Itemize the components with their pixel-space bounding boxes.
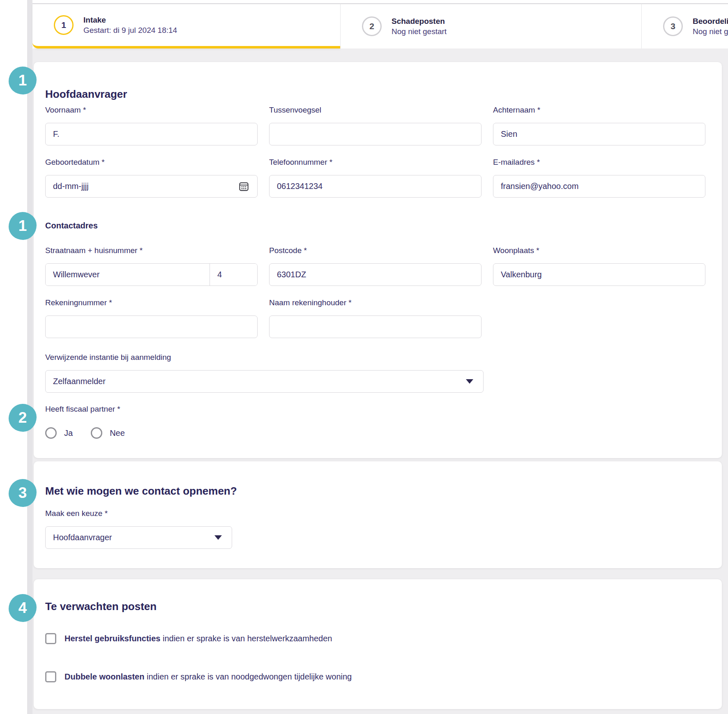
field-postcode: Postcode * (269, 246, 481, 286)
checkbox-label-bold: Herstel gebruiksfuncties (65, 634, 160, 643)
radio-option-nee[interactable]: Nee (91, 427, 125, 439)
subsection-title-contactadres: Contactadres (45, 221, 714, 230)
achternaam-label: Achternaam * (493, 106, 705, 115)
naam-rekeninghouder-input[interactable] (269, 316, 481, 338)
field-emailadres: E-mailadres * (493, 158, 705, 198)
telefoonnummer-label: Telefoonnummer * (269, 158, 481, 167)
step-number-circle: 3 (663, 16, 683, 36)
step-subtitle: Gestart: di 9 jul 2024 18:14 (83, 25, 177, 35)
stepper: 1 Intake Gestart: di 9 jul 2024 18:14 2 … (32, 3, 728, 48)
field-woonplaats: Woonplaats * (493, 246, 705, 286)
field-achternaam: Achternaam * (493, 106, 705, 145)
verwijzende-instantie-value: Zelfaanmelder (53, 377, 106, 386)
contact-keuze-select[interactable]: Hoofdaanvrager (45, 526, 232, 549)
verwijzende-instantie-select[interactable]: Zelfaanmelder (45, 370, 484, 393)
step-text: Intake Gestart: di 9 jul 2024 18:14 (83, 15, 177, 35)
step-text: Schadeposten Nog niet gestart (392, 16, 447, 37)
card-hoofdaanvrager: Hoofdaanvrager Voornaam * Tussenvoegsel … (34, 62, 722, 458)
achternaam-input[interactable] (493, 123, 705, 145)
field-tussenvoegsel: Tussenvoegsel (269, 106, 481, 145)
field-telefoonnummer: Telefoonnummer * (269, 158, 481, 198)
annotation-badge-3: 3 (9, 479, 37, 507)
card-te-verwachten-posten: Te verwachten posten Herstel gebruiksfun… (34, 579, 722, 709)
tussenvoegsel-label: Tussenvoegsel (269, 106, 481, 115)
woonplaats-input[interactable] (493, 263, 705, 286)
chevron-down-icon (466, 379, 473, 384)
tussenvoegsel-input[interactable] (269, 123, 481, 145)
checkbox-row-dubbele-woonlasten[interactable]: Dubbele woonlasten indien er sprake is v… (45, 671, 714, 682)
radio-label: Nee (110, 428, 125, 438)
checkbox-row-herstel-gebruiksfuncties[interactable]: Herstel gebruiksfuncties indien er sprak… (45, 633, 714, 644)
stepper-step-intake[interactable]: 1 Intake Gestart: di 9 jul 2024 18:14 (32, 3, 340, 48)
checkbox-label-rest: indien er sprake is van noodgedwongen ti… (144, 672, 352, 681)
fiscaal-partner-label: Heeft fiscaal partner * (45, 405, 714, 414)
woonplaats-label: Woonplaats * (493, 246, 705, 255)
geboortedatum-input[interactable] (45, 175, 258, 198)
step-number: 3 (670, 21, 675, 31)
annotation-badge-4: 4 (9, 594, 37, 622)
checkbox-label: Herstel gebruiksfuncties indien er sprak… (65, 634, 332, 643)
emailadres-label: E-mailadres * (493, 158, 705, 167)
chevron-down-icon (214, 535, 222, 540)
voornaam-input[interactable] (45, 123, 258, 145)
step-number-circle: 1 (54, 15, 74, 35)
checkbox-label-bold: Dubbele woonlasten (65, 672, 144, 681)
checkbox-icon[interactable] (45, 633, 56, 644)
step-title: Schadeposten (392, 16, 447, 26)
maak-een-keuze-label: Maak een keuze * (45, 509, 714, 518)
card-contact-keuze: Met wie mogen we contact opnemen? Maak e… (34, 461, 722, 568)
step-title: Beoordeling (693, 16, 728, 26)
radio-label: Ja (64, 428, 73, 438)
straatnaam-huisnummer-combo (45, 263, 258, 286)
step-text: Beoordeling Nog niet gestart (693, 16, 728, 37)
step-subtitle: Nog niet gestart (693, 26, 728, 37)
contact-keuze-value: Hoofdaanvrager (53, 533, 112, 542)
field-naam-rekeninghouder: Naam rekeninghouder * (269, 298, 481, 338)
radio-icon[interactable] (91, 427, 102, 439)
radio-option-ja[interactable]: Ja (45, 427, 73, 439)
postcode-input[interactable] (269, 263, 481, 286)
radio-icon[interactable] (45, 427, 57, 439)
step-number: 1 (61, 20, 66, 30)
naam-rekeninghouder-label: Naam rekeninghouder * (269, 298, 481, 307)
straatnaam-input[interactable] (46, 264, 210, 286)
annotation-badge-2: 2 (9, 404, 37, 432)
rekeningnummer-input[interactable] (45, 316, 258, 338)
field-rekeningnummer: Rekeningnummer * (45, 298, 258, 338)
calendar-icon[interactable] (238, 181, 249, 192)
step-title: Intake (83, 15, 177, 25)
rekeningnummer-label: Rekeningnummer * (45, 298, 258, 307)
annotation-badge-1: 1 (9, 67, 37, 94)
telefoonnummer-input[interactable] (269, 175, 481, 198)
fiscaal-partner-radio-group: Ja Nee (45, 427, 714, 439)
verwijzende-instantie-label: Verwijzende instantie bij aanmelding (45, 353, 714, 362)
huisnummer-input[interactable] (210, 264, 257, 286)
field-voornaam: Voornaam * (45, 106, 258, 145)
form-row: Straatnaam + huisnummer * Postcode * Woo… (45, 246, 714, 286)
geboortedatum-label: Geboortedatum * (45, 158, 258, 167)
form-row: Voornaam * Tussenvoegsel Achternaam * (45, 106, 714, 145)
stepper-step-beoordeling[interactable]: 3 Beoordeling Nog niet gestart (641, 3, 728, 48)
section-title-posten: Te verwachten posten (45, 579, 714, 613)
checkbox-icon[interactable] (45, 671, 56, 682)
section-title-contact: Met wie mogen we contact opnemen? (45, 461, 714, 497)
postcode-label: Postcode * (269, 246, 481, 255)
form-row: Rekeningnummer * Naam rekeninghouder * (45, 298, 714, 338)
straatnaam-label: Straatnaam + huisnummer * (45, 246, 258, 255)
field-geboortedatum: Geboortedatum * (45, 158, 258, 198)
step-number: 2 (369, 21, 374, 31)
checkbox-label-rest: indien er sprake is van herstelwerkzaamh… (160, 634, 332, 643)
stepper-step-schadeposten[interactable]: 2 Schadeposten Nog niet gestart (340, 3, 641, 48)
step-number-circle: 2 (362, 16, 382, 36)
annotation-badge-1b: 1 (9, 212, 37, 240)
field-straatnaam-huisnummer: Straatnaam + huisnummer * (45, 246, 258, 286)
emailadres-input[interactable] (493, 175, 705, 198)
voornaam-label: Voornaam * (45, 106, 258, 115)
checkbox-label: Dubbele woonlasten indien er sprake is v… (65, 672, 352, 682)
form-row: Geboortedatum * Telefoonnummer * E-maila… (45, 158, 714, 198)
section-title-hoofdaanvrager: Hoofdaanvrager (45, 62, 714, 101)
step-subtitle: Nog niet gestart (392, 26, 447, 37)
